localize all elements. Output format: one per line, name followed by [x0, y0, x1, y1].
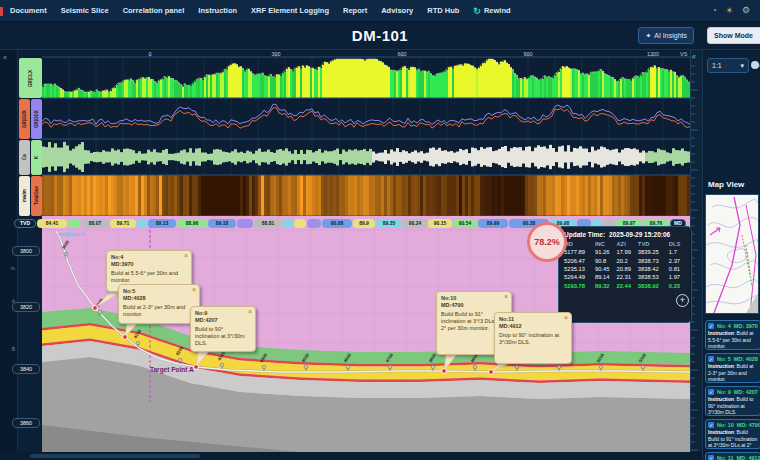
- col-dls: DLS: [669, 240, 686, 248]
- slider-knob[interactable]: [751, 61, 759, 69]
- scale-slider[interactable]: [753, 64, 760, 67]
- nav-item-report[interactable]: Report: [343, 6, 367, 15]
- svg-text:VS: VS: [680, 51, 688, 57]
- instruction-card-no-9[interactable]: ✓No: 9MD: 4207Instruction: Build to 90° …: [705, 386, 760, 416]
- survey-update-panel: Update Time:2025-09-29 15:20:06 MDINCAZI…: [558, 226, 692, 323]
- callout-no: No:9: [195, 310, 251, 317]
- nav-item-xrf-element-logging[interactable]: XRF Element Logging: [251, 6, 329, 15]
- rewind-label: Rewind: [484, 6, 511, 15]
- survey-row-active: 5293.7889.3222.443838.920.23: [564, 282, 686, 290]
- strip-pill-11: [294, 219, 306, 228]
- callout-text: Drop to 90° inclination at 3°/30m DLS.: [499, 332, 567, 346]
- nav-item-seismic-slice[interactable]: Seismic Slice: [61, 6, 109, 15]
- close-icon[interactable]: ×: [192, 286, 196, 295]
- nav-item-rewind[interactable]: ↻Rewind: [473, 6, 510, 16]
- top-nav: DocumentSeismic SliceCorrelation panelIn…: [0, 0, 760, 22]
- track-chip-gr-clx[interactable]: GR|CLX: [19, 58, 42, 98]
- rewind-icon: ↻: [473, 6, 481, 16]
- card-checkbox[interactable]: ✓: [708, 323, 714, 329]
- track-chip-ca[interactable]: Ca: [19, 140, 30, 175]
- theme-sun-icon[interactable]: ☀: [726, 7, 733, 15]
- collapse-right-icon[interactable]: «: [692, 53, 696, 60]
- scrollbar-thumb[interactable]: [30, 454, 200, 458]
- track-label-column: GR|CLXGR|GUXGR|GDXCaKmwlmTotalGas: [18, 57, 42, 216]
- col-tvd: TVD: [638, 240, 669, 248]
- update-timestamp: 2025-09-29 15:20:06: [609, 231, 670, 238]
- callout-md: MD:4028: [123, 295, 195, 302]
- strip-pill-8: [237, 219, 253, 228]
- expand-plus-button[interactable]: +: [676, 294, 689, 307]
- map-thumbnail[interactable]: [705, 194, 759, 314]
- callout-text: Build at 5.5-6° per 30m and monitor.: [111, 270, 187, 284]
- card-instruction: Instruction: Build Build to 91° inclinat…: [708, 429, 758, 449]
- instruction-card-no-5[interactable]: ✓No: 5MD: 4028Instruction: Build at 2-3°…: [705, 353, 760, 383]
- track-chip-gr-gux[interactable]: GR|GUX: [19, 99, 30, 139]
- card-md: MD: 4912: [737, 455, 760, 460]
- instruction-card-no-10[interactable]: ✓No: 10MD: 4790Instruction: Build Build …: [705, 419, 760, 449]
- show-mode-button[interactable]: Show Mode: [707, 27, 760, 44]
- strip-pill-19: 89.99: [478, 219, 508, 228]
- nav-item-advisory[interactable]: Advisory: [381, 6, 413, 15]
- instruction-card-no-4[interactable]: ✓No: 4MD: 3970Instruction: Build at 5.5-…: [705, 320, 760, 350]
- close-icon[interactable]: ×: [564, 314, 568, 323]
- nav-item-document[interactable]: Document: [10, 6, 47, 15]
- update-time-label: Update Time:: [564, 231, 605, 238]
- collapse-left-icon[interactable]: «: [3, 54, 7, 61]
- strip-pill-5: 89.13: [148, 219, 176, 228]
- card-checkbox[interactable]: ✓: [708, 389, 714, 395]
- svg-text:0: 0: [148, 51, 151, 57]
- card-no: No: 9: [717, 389, 731, 395]
- strip-pill-18: 90.54: [453, 219, 477, 228]
- callout-md: MD:4912: [499, 323, 567, 330]
- horizontal-scrollbar[interactable]: [0, 452, 702, 460]
- close-icon[interactable]: ×: [184, 252, 188, 261]
- strip-pill-3: 89.71: [110, 219, 136, 228]
- card-no: No: 5: [717, 356, 731, 362]
- zoom-ratio-select[interactable]: 1:1▾: [707, 58, 749, 73]
- track-chip-k[interactable]: K: [31, 140, 42, 175]
- ai-insights-button[interactable]: ✦AI Insights: [638, 27, 694, 44]
- nav-item-correlation-panel[interactable]: Correlation panel: [123, 6, 185, 15]
- close-icon[interactable]: ×: [248, 308, 252, 317]
- well-plan-label: well@plan3: [58, 231, 84, 237]
- card-md: MD: 4790: [737, 422, 760, 428]
- nav-item-instruction[interactable]: Instruction: [198, 6, 237, 15]
- survey-row: 5177.8991.2617.993839.251.7: [564, 248, 686, 256]
- strip-pill-9: 88.81: [254, 219, 282, 228]
- nav-item-rtd-hub[interactable]: RTD Hub: [427, 6, 459, 15]
- track-chip-gr-gdx[interactable]: GR|GDX: [31, 99, 42, 139]
- track-chip-mwlm[interactable]: mwlm: [19, 176, 30, 216]
- survey-row: 5264.4989.1422.313838.531.97: [564, 273, 686, 281]
- track-chip-row-2: CaK: [18, 139, 42, 175]
- card-checkbox[interactable]: ✓: [708, 422, 714, 428]
- strip-pill-7: 89.18: [208, 219, 236, 228]
- strip-pill-17: 90.15: [428, 219, 452, 228]
- callout-md: MD:4790: [441, 302, 507, 309]
- card-checkbox[interactable]: ✓: [708, 455, 714, 460]
- sparkle-icon: ✦: [645, 32, 651, 40]
- card-no: No: 11: [717, 455, 734, 460]
- col-md: MD: [564, 240, 595, 248]
- right-side-panel: 1:1▾ Map View ✓No: 4MD: 3970Instruction:…: [702, 50, 760, 460]
- target-point-label: Target Point A: [150, 366, 194, 373]
- log-tracks-chart[interactable]: 03006009001200VS: [42, 50, 690, 216]
- close-icon[interactable]: ×: [504, 293, 508, 302]
- settings-gear-icon[interactable]: ⚙: [742, 6, 750, 15]
- nav-accent-mark: [0, 7, 3, 16]
- tvd-axis-label-3820: 3820: [12, 302, 40, 312]
- rail-item-0: m: [11, 265, 15, 271]
- instruction-card-no-11[interactable]: ✓No: 11MD: 4912Instruction: Drop to 90° …: [705, 452, 760, 460]
- instruction-card-list: ✓No: 4MD: 3970Instruction: Build at 5.5-…: [705, 320, 760, 460]
- callout-no: No:5: [123, 288, 195, 295]
- col-azi: AZI: [616, 240, 637, 248]
- track-chip-totalgas[interactable]: TotalGas: [31, 176, 42, 216]
- card-md: MD: 4207: [734, 389, 758, 395]
- card-checkbox[interactable]: ✓: [708, 356, 714, 362]
- survey-row: 5206.4790.820.23838.732.37: [564, 256, 686, 264]
- history-clock-icon[interactable]: ◔: [712, 7, 717, 15]
- zoom-ratio-value: 1:1: [712, 62, 722, 69]
- strip-pill-16: 90.24: [403, 219, 427, 228]
- strip-left-label: TVD: [14, 219, 36, 228]
- tvd-axis-label-3800: 3800: [12, 246, 40, 256]
- nav-icon-group: ◔ ☀ ⚙: [712, 6, 760, 15]
